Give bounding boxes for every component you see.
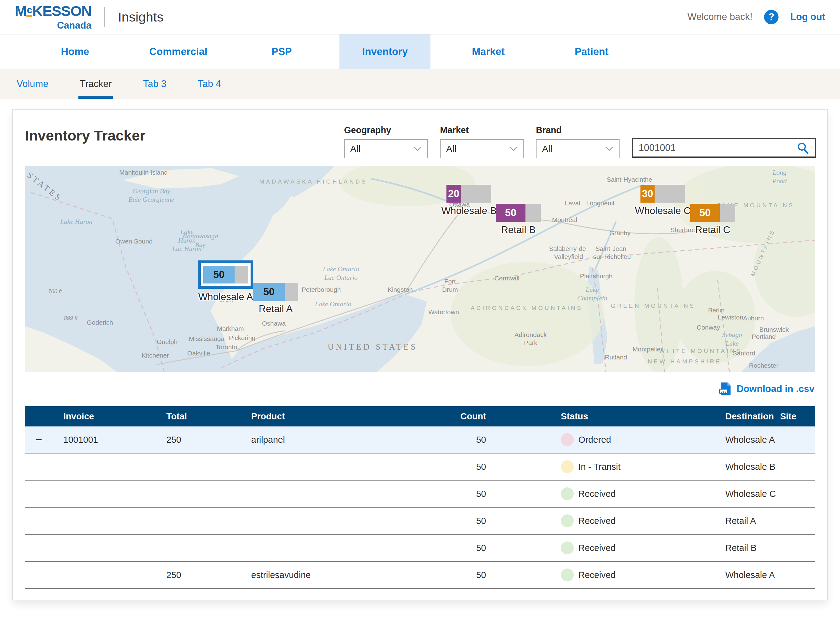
svg-text:csv: csv xyxy=(721,389,727,393)
nav-item-home[interactable]: Home xyxy=(30,34,120,69)
marker-value: 50 xyxy=(253,283,285,301)
cell-status: Received xyxy=(486,487,661,500)
nav-item-patient[interactable]: Patient xyxy=(546,34,637,69)
table-row: 50ReceivedRetail A xyxy=(25,508,815,535)
table-row: 50ReceivedRetail B xyxy=(25,535,815,562)
cell-destination-site: Wholesale A xyxy=(661,435,815,445)
status-dot xyxy=(561,433,574,446)
cell-destination-site: Wholesale B xyxy=(661,462,815,472)
geography-label: Geography xyxy=(344,125,428,135)
table-row: 50ReceivedWholesale C xyxy=(25,481,815,508)
mckesson-logo[interactable]: McKESSON Canada xyxy=(15,4,91,30)
cell-status: In - Transit xyxy=(486,460,661,473)
table-row: −1001001250arilpanel50OrderedWholesale A xyxy=(25,426,815,453)
cell-count: 50 xyxy=(446,543,486,553)
inventory-table: InvoiceTotalProductCountStatusDestinatio… xyxy=(25,406,815,589)
marker-bar: 50 xyxy=(690,204,735,222)
marker-selection-outline: 50 xyxy=(198,260,253,289)
cell-product: estrilesavudine xyxy=(222,570,446,580)
brand-label: Brand xyxy=(536,125,620,135)
cell-status: Received xyxy=(486,541,661,554)
tab-tab-3[interactable]: Tab 3 xyxy=(142,69,168,99)
download-csv-link[interactable]: csv Download in .csv xyxy=(719,382,815,396)
search-input[interactable] xyxy=(639,143,796,153)
chevron-down-icon xyxy=(606,146,613,151)
map-marker-wholesale-b[interactable]: 20Wholesale B xyxy=(441,185,497,217)
cell-count: 50 xyxy=(446,489,486,499)
logout-link[interactable]: Log out xyxy=(790,11,825,22)
filters: Geography All Market All Brand All xyxy=(344,125,816,166)
tab-tracker[interactable]: Tracker xyxy=(79,69,113,99)
table-body: −1001001250arilpanel50OrderedWholesale A… xyxy=(25,426,815,589)
column-header-status: Status xyxy=(486,412,661,422)
cell-count: 50 xyxy=(446,570,486,580)
column-header-destination-site: Destination Site xyxy=(661,412,815,422)
cell-count: 50 xyxy=(446,516,486,526)
status-label: Received xyxy=(578,570,616,580)
marker-value: 50 xyxy=(203,266,234,284)
map-background xyxy=(25,166,815,372)
status-label: Received xyxy=(578,516,616,526)
marker-bar: 20 xyxy=(447,185,491,203)
search-icon[interactable] xyxy=(796,141,810,154)
map-marker-wholesale-c[interactable]: 30Wholesale C xyxy=(635,185,690,217)
market-label: Market xyxy=(440,125,524,135)
panel-title: Inventory Tracker xyxy=(25,127,145,166)
app-header: McKESSON Canada Insights Welcome back! ?… xyxy=(0,0,840,34)
help-icon[interactable]: ? xyxy=(764,10,779,24)
map-marker-retail-c[interactable]: 50Retail C xyxy=(690,204,735,236)
nav-item-commercial[interactable]: Commercial xyxy=(133,34,224,69)
status-dot xyxy=(561,514,574,527)
chevron-down-icon xyxy=(414,146,421,151)
status-dot xyxy=(561,460,574,473)
cell-destination-site: Wholesale C xyxy=(661,489,815,499)
status-dot xyxy=(561,487,574,500)
marker-bar: 50 xyxy=(253,283,298,301)
marker-label: Wholesale C xyxy=(635,205,690,217)
column-header-total: Total xyxy=(139,412,222,422)
tab-volume[interactable]: Volume xyxy=(15,69,49,99)
cell-status: Ordered xyxy=(486,433,661,446)
brand-select[interactable]: All xyxy=(536,139,620,158)
nav-item-inventory[interactable]: Inventory xyxy=(340,34,430,69)
marker-value: 30 xyxy=(640,185,655,203)
marker-label: Retail B xyxy=(501,224,536,236)
row-collapse-toggle[interactable]: − xyxy=(25,433,53,446)
market-select[interactable]: All xyxy=(440,139,524,158)
cell-destination-site: Retail B xyxy=(661,543,815,553)
cell-destination-site: Retail A xyxy=(661,516,815,526)
column-header-invoice: Invoice xyxy=(53,412,139,422)
cell-status: Received xyxy=(486,569,661,581)
cell-count: 50 xyxy=(446,435,486,445)
inventory-map[interactable]: Manitoulin IslandSTATESLake HuronLake Hu… xyxy=(25,166,815,372)
welcome-text: Welcome back! xyxy=(687,11,752,22)
geography-select[interactable]: All xyxy=(344,139,428,158)
status-label: Received xyxy=(578,543,616,553)
primary-nav: HomeCommercialPSPInventoryMarketPatient xyxy=(0,34,840,69)
marker-value: 50 xyxy=(496,204,525,222)
status-label: In - Transit xyxy=(578,462,620,472)
table-row: 50In - TransitWholesale B xyxy=(25,453,815,481)
cell-destination-site: Wholesale A xyxy=(661,570,815,580)
logo-c-orange-underline: c xyxy=(27,5,32,17)
nav-item-market[interactable]: Market xyxy=(443,34,534,69)
map-marker-retail-b[interactable]: 50Retail B xyxy=(496,204,541,236)
map-marker-retail-a[interactable]: 50Retail A xyxy=(253,283,298,315)
cell-total: 250 xyxy=(139,435,222,445)
logo-wordmark: McKESSON xyxy=(15,4,91,20)
status-label: Received xyxy=(578,489,616,499)
marker-bar: 50 xyxy=(496,204,541,222)
invoice-search xyxy=(632,138,816,158)
nav-item-psp[interactable]: PSP xyxy=(236,34,327,69)
tab-tab-4[interactable]: Tab 4 xyxy=(196,69,222,99)
cell-product: arilpanel xyxy=(222,435,446,445)
page-title: Insights xyxy=(118,9,163,25)
cell-status: Received xyxy=(486,514,661,527)
csv-file-icon: csv xyxy=(719,382,732,396)
cell-count: 50 xyxy=(446,462,486,472)
marker-value: 50 xyxy=(690,204,720,222)
marker-label: Retail C xyxy=(695,224,730,236)
map-marker-wholesale-a[interactable]: 50Wholesale A xyxy=(198,260,253,303)
marker-bar: 30 xyxy=(640,185,685,203)
cell-total: 250 xyxy=(139,570,222,580)
